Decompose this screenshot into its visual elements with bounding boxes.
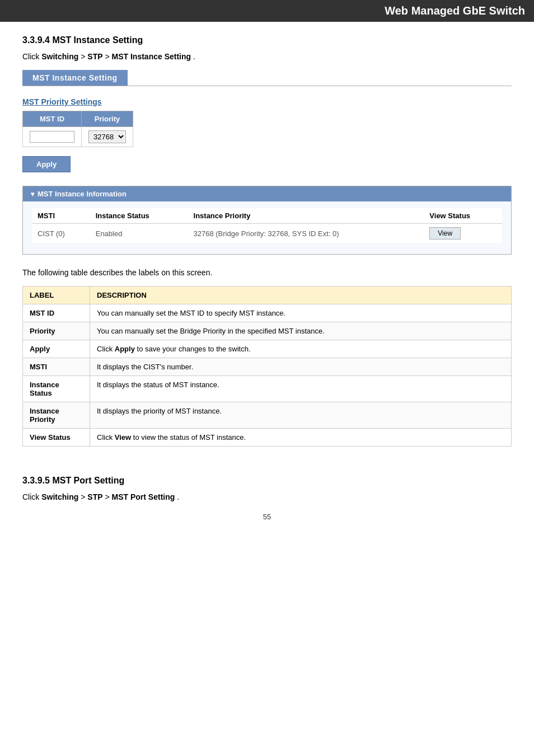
desc-mstid: You can manually set the MST ID to speci… [90, 304, 512, 322]
view-status-cell: View [424, 224, 502, 243]
nav-switching: Switching [41, 52, 78, 61]
label-apply: Apply [23, 340, 90, 358]
description-text: The following table describes the labels… [22, 268, 512, 277]
label-row-instance-status: InstanceStatus It displays the status of… [23, 376, 512, 402]
col-view-status: View Status [424, 208, 502, 224]
col-msti: MSTI [32, 208, 90, 224]
mst-instance-info-panel: MST Instance Information MSTI Instance S… [22, 186, 512, 255]
tab-line-wrapper: MST Instance Setting [22, 70, 512, 86]
desc-instance-status: It displays the status of MST instance. [90, 376, 512, 402]
section-mst-instance-setting: 3.3.9.4 MST Instance Setting Click Switc… [22, 35, 512, 447]
nav2-switching: Switching [41, 492, 78, 501]
section-heading-335: 3.3.9.5 MST Port Setting [22, 476, 512, 486]
priority-cell: 32768 [82, 127, 133, 147]
desc-msti: It displays the CIST's number. [90, 358, 512, 376]
desc-instance-priority: It displays the priority of MST instance… [90, 402, 512, 429]
info-row: CIST (0) Enabled 32768 (Bridge Priority:… [32, 224, 502, 243]
priority-settings-title: MST Priority Settings [22, 97, 512, 106]
label-row-msti: MSTI It displays the CIST's number. [23, 358, 512, 376]
priority-row: 32768 [23, 127, 133, 147]
label-row-mstid: MST ID You can manually set the MST ID t… [23, 304, 512, 322]
col-mst-id: MST ID [23, 111, 82, 127]
label-instance-priority: InstancePriority [23, 402, 90, 429]
section-mst-port-setting: 3.3.9.5 MST Port Setting Click Switching… [22, 476, 512, 501]
mst-id-cell [23, 127, 82, 147]
priority-table: MST ID Priority 32768 [22, 111, 133, 147]
instance-status-value: Enabled [90, 224, 188, 243]
label-msti: MSTI [23, 358, 90, 376]
spacer1 [22, 464, 512, 476]
label-priority: Priority [23, 322, 90, 340]
info-table-wrapper: MSTI Instance Status Instance Priority V… [23, 208, 511, 254]
nav-instruction-2: Click Switching > STP > MST Port Setting… [22, 492, 512, 501]
label-view-status: View Status [23, 429, 90, 447]
priority-select[interactable]: 32768 [88, 130, 126, 143]
nav2-stp: STP [87, 492, 102, 501]
col-priority: Priority [82, 111, 133, 127]
label-row-view-status: View Status Click View to view the statu… [23, 429, 512, 447]
col-instance-status: Instance Status [90, 208, 188, 224]
label-instance-status: InstanceStatus [23, 376, 90, 402]
page-number: 55 [22, 513, 512, 521]
desc-priority: You can manually set the Bridge Priority… [90, 322, 512, 340]
msti-value: CIST (0) [32, 224, 90, 243]
tab-mst-instance-setting: MST Instance Setting [22, 70, 128, 86]
nav-stp: STP [87, 52, 102, 61]
label-row-apply: Apply Click Apply to save your changes t… [23, 340, 512, 358]
page-header: Web Managed GbE Switch [0, 0, 534, 22]
section-heading-334: 3.3.9.4 MST Instance Setting [22, 35, 512, 45]
label-col-header: LABEL [23, 287, 90, 304]
nav2-mst-port: MST Port Setting [112, 492, 175, 501]
nav-mst-instance: MST Instance Setting [112, 52, 191, 61]
nav-instruction: Click Switching > STP > MST Instance Set… [22, 52, 512, 61]
view-button[interactable]: View [429, 227, 461, 240]
desc-view-status: Click View to view the status of MST ins… [90, 429, 512, 447]
col-instance-priority: Instance Priority [188, 208, 424, 224]
label-row-instance-priority: InstancePriority It displays the priorit… [23, 402, 512, 429]
label-mstid: MST ID [23, 304, 90, 322]
label-row-priority: Priority You can manually set the Bridge… [23, 322, 512, 340]
desc-apply: Click Apply to save your changes to the … [90, 340, 512, 358]
mst-id-input[interactable] [30, 131, 74, 143]
instance-priority-value: 32768 (Bridge Priority: 32768, SYS ID Ex… [188, 224, 424, 243]
desc-col-header: DESCRIPTION [90, 287, 512, 304]
info-panel-header: MST Instance Information [23, 186, 511, 201]
header-title: Web Managed GbE Switch [385, 4, 525, 17]
label-description-table: LABEL DESCRIPTION MST ID You can manuall… [22, 286, 512, 447]
info-panel-title: MST Instance Information [38, 190, 127, 198]
apply-button[interactable]: Apply [22, 156, 71, 172]
info-table: MSTI Instance Status Instance Priority V… [32, 208, 502, 243]
